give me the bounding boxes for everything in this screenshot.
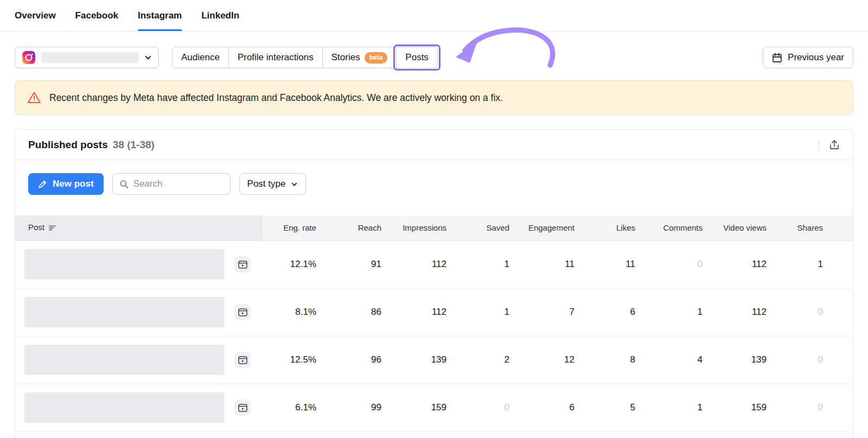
cell-eng-rate: 12.5%: [262, 336, 331, 384]
cell-engagement: 12: [525, 336, 590, 384]
col-likes[interactable]: Likes: [590, 215, 650, 240]
video-post-icon: [234, 352, 251, 368]
cell-impressions: 159: [397, 384, 462, 431]
cell-eng-rate: 8.1%: [262, 288, 331, 336]
cell-reach: 96: [331, 336, 397, 384]
card-title: Published posts: [28, 139, 108, 151]
col-impressions[interactable]: Impressions: [397, 215, 462, 240]
col-post-label: Post: [28, 223, 44, 232]
card-count: 38 (1-38): [113, 139, 155, 151]
cell-reach: 91: [331, 240, 397, 288]
tab-overview[interactable]: Overview: [15, 0, 56, 31]
chevron-down-icon: [291, 181, 298, 188]
col-video-views[interactable]: Video views: [718, 215, 782, 240]
table-header-row: Post Eng. rate Reach Impressions Saved E…: [15, 215, 853, 240]
instagram-view-tabs: Audience Profile interactions Stories be…: [172, 47, 438, 68]
account-name-redacted: [41, 52, 139, 63]
cell-likes: 6: [590, 288, 650, 336]
cell-saved: 1: [462, 240, 525, 288]
cell-eng-rate: 12.1%: [262, 240, 331, 288]
table-row[interactable]: 12.5% 96 139 2 12 8 4 139 0: [15, 336, 853, 384]
view-tab-stories[interactable]: Stories beta: [322, 47, 397, 68]
cell-comments: 1: [650, 384, 718, 431]
video-post-icon: [234, 256, 251, 272]
cell-shares: 1: [782, 240, 853, 288]
previous-year-button[interactable]: Previous year: [763, 47, 853, 68]
cell-likes: 8: [590, 336, 650, 384]
post-thumbnail-redacted[interactable]: [24, 345, 224, 375]
col-engagement[interactable]: Engagement: [525, 215, 590, 240]
view-tab-posts-label: Posts: [405, 52, 429, 63]
instagram-icon: [22, 50, 36, 65]
calendar-icon: [772, 53, 782, 63]
sort-icon: [49, 224, 56, 233]
search-box: [112, 173, 231, 195]
cell-comments: 1: [650, 288, 718, 336]
cell-comments: 0: [650, 240, 718, 288]
account-selector[interactable]: [15, 47, 159, 68]
cell-saved: 2: [462, 336, 525, 384]
post-type-dropdown[interactable]: Post type: [239, 173, 307, 195]
posts-toolbar: New post Post type: [15, 160, 853, 215]
cell-comments: 4: [650, 336, 718, 384]
cell-video-views: 159: [718, 384, 782, 431]
export-button[interactable]: [829, 139, 840, 150]
cell-engagement: 6: [525, 384, 590, 431]
view-tab-audience-label: Audience: [181, 52, 220, 63]
warning-triangle-icon: [27, 91, 41, 105]
tab-facebook[interactable]: Facebook: [75, 0, 118, 31]
view-tab-profile-interactions[interactable]: Profile interactions: [228, 47, 322, 68]
col-eng-rate[interactable]: Eng. rate: [262, 215, 331, 240]
pencil-icon: [38, 180, 47, 189]
cell-video-views: 112: [718, 240, 782, 288]
meta-warning-banner: Recent changes by Meta have affected Ins…: [15, 80, 853, 115]
post-type-label: Post type: [247, 179, 286, 189]
posts-table: Post Eng. rate Reach Impressions Saved E…: [15, 215, 853, 432]
cell-reach: 86: [331, 288, 397, 336]
col-comments[interactable]: Comments: [650, 215, 718, 240]
previous-year-label: Previous year: [788, 52, 844, 63]
published-posts-card: Published posts 38 (1-38): [15, 129, 853, 438]
cell-video-views: 112: [718, 288, 782, 336]
col-post[interactable]: Post: [15, 215, 262, 240]
view-tab-profile-interactions-label: Profile interactions: [238, 52, 314, 63]
search-input[interactable]: [133, 179, 224, 189]
tab-instagram[interactable]: Instagram: [138, 0, 182, 31]
cell-engagement: 11: [525, 240, 590, 288]
top-nav: Overview Facebook Instagram LinkedIn: [0, 0, 868, 31]
cell-impressions: 112: [397, 288, 462, 336]
cell-impressions: 139: [397, 336, 462, 384]
table-row[interactable]: 8.1% 86 112 1 7 6 1 112 0: [15, 288, 853, 336]
cell-eng-rate: 6.1%: [262, 384, 331, 431]
new-post-label: New post: [53, 179, 94, 189]
cell-engagement: 7: [525, 288, 590, 336]
cell-likes: 11: [590, 240, 650, 288]
post-thumbnail-redacted[interactable]: [24, 392, 224, 423]
post-thumbnail-redacted[interactable]: [24, 249, 224, 280]
warning-text: Recent changes by Meta have affected Ins…: [49, 92, 503, 104]
cell-shares: 0: [782, 336, 853, 384]
header-divider: [819, 139, 819, 151]
video-post-icon: [234, 304, 251, 320]
table-row[interactable]: 12.1% 91 112 1 11 11 0 112 1: [15, 240, 853, 288]
cell-likes: 5: [590, 384, 650, 431]
cell-impressions: 112: [397, 240, 462, 288]
view-tab-posts[interactable]: Posts: [396, 47, 437, 68]
post-thumbnail-redacted[interactable]: [24, 297, 224, 327]
controls-row: Audience Profile interactions Stories be…: [0, 47, 868, 68]
cell-saved: 1: [462, 288, 525, 336]
col-shares[interactable]: Shares: [782, 215, 853, 240]
export-icon: [829, 139, 840, 150]
col-reach[interactable]: Reach: [331, 215, 397, 240]
table-row[interactable]: 6.1% 99 159 0 6 5 1 159 0: [15, 384, 853, 431]
view-tab-audience[interactable]: Audience: [173, 47, 228, 68]
cell-video-views: 139: [718, 336, 782, 384]
video-post-icon: [234, 399, 251, 416]
tab-linkedin[interactable]: LinkedIn: [201, 0, 239, 31]
col-saved[interactable]: Saved: [462, 215, 525, 240]
cell-shares: 0: [782, 384, 853, 431]
new-post-button[interactable]: New post: [28, 173, 104, 195]
cell-shares: 0: [782, 288, 853, 336]
beta-badge: beta: [365, 52, 388, 64]
cell-saved: 0: [462, 384, 525, 431]
